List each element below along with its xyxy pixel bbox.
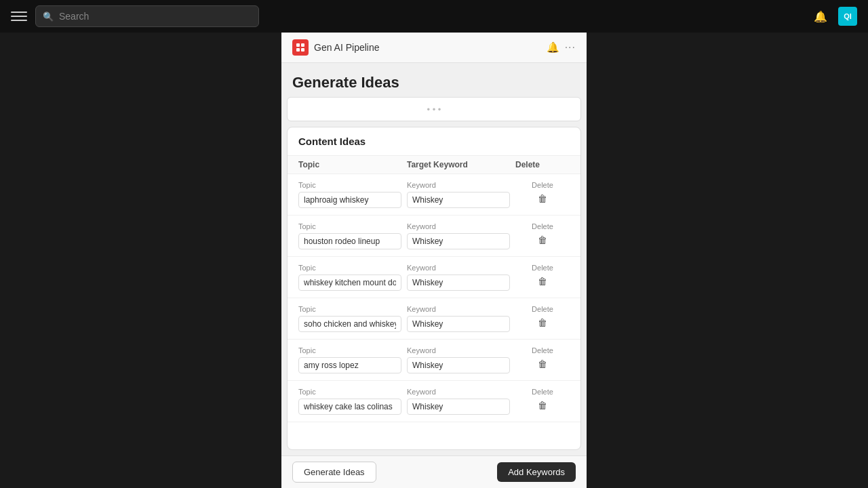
delete-col: Delete 🗑 [515, 346, 570, 371]
topic-col: Topic [298, 388, 401, 415]
main-panel: Gen AI Pipeline 🔔 ··· Generate Ideas • •… [281, 33, 587, 488]
delete-label: Delete [532, 181, 553, 189]
topic-label: Topic [298, 181, 401, 189]
table-header: Topic Target Keyword Delete [288, 156, 580, 174]
search-icon: 🔍 [43, 12, 54, 22]
topic-label: Topic [298, 388, 401, 396]
collapsed-bar: • • • [287, 97, 581, 121]
delete-col: Delete 🗑 [515, 264, 570, 288]
delete-button[interactable]: 🗑 [535, 192, 550, 205]
keyword-label: Keyword [407, 305, 510, 313]
keyword-input[interactable] [407, 192, 510, 208]
topic-col: Topic [298, 222, 401, 249]
keyword-col: Keyword [407, 181, 510, 208]
avatar[interactable]: QI [838, 7, 857, 26]
keyword-input[interactable] [407, 274, 510, 291]
delete-col: Delete 🗑 [515, 181, 570, 205]
svg-rect-2 [296, 48, 300, 52]
delete-col: Delete 🗑 [515, 388, 570, 412]
pipeline-icon [292, 39, 309, 56]
content-ideas-card: Content Ideas Topic Target Keyword Delet… [287, 127, 581, 450]
search-bar: 🔍 [35, 5, 259, 27]
collapsed-section: • • • [281, 97, 587, 127]
panel-bell-icon[interactable]: 🔔 [547, 41, 559, 54]
delete-button[interactable]: 🗑 [535, 357, 550, 371]
col-header-delete: Delete [515, 160, 570, 169]
keyword-col: Keyword [407, 305, 510, 332]
col-header-topic: Topic [298, 160, 407, 169]
keyword-input[interactable] [407, 399, 510, 415]
topic-label: Topic [298, 346, 401, 354]
content-ideas-title: Content Ideas [288, 127, 580, 156]
topic-col: Topic [298, 181, 401, 208]
table-row: Topic Keyword Delete 🗑 [288, 340, 580, 381]
keyword-col: Keyword [407, 222, 510, 249]
bottom-bar: Generate Ideas Add Keywords [281, 455, 587, 488]
page-title: Generate Ideas [281, 63, 587, 97]
col-header-keyword: Target Keyword [407, 160, 515, 169]
topic-col: Topic [298, 305, 401, 332]
delete-label: Delete [532, 222, 553, 230]
delete-label: Delete [532, 305, 553, 313]
topic-input[interactable] [298, 399, 401, 415]
delete-label: Delete [532, 264, 553, 272]
delete-col: Delete 🗑 [515, 222, 570, 247]
keyword-col: Keyword [407, 264, 510, 291]
keyword-label: Keyword [407, 222, 510, 230]
delete-button[interactable]: 🗑 [535, 274, 550, 288]
delete-col: Delete 🗑 [515, 305, 570, 329]
svg-rect-1 [301, 43, 304, 47]
keyword-label: Keyword [407, 264, 510, 272]
svg-rect-3 [301, 48, 304, 52]
keyword-label: Keyword [407, 181, 510, 189]
topic-label: Topic [298, 305, 401, 313]
keyword-input[interactable] [407, 357, 510, 373]
table-row: Topic Keyword Delete 🗑 [288, 174, 580, 216]
delete-label: Delete [532, 388, 553, 396]
topic-input[interactable] [298, 274, 401, 291]
generate-ideas-button[interactable]: Generate Ideas [292, 462, 376, 483]
table-row: Topic Keyword Delete 🗑 [288, 216, 580, 257]
panel-header: Gen AI Pipeline 🔔 ··· [281, 33, 587, 63]
keyword-input[interactable] [407, 233, 510, 249]
table-row: Topic Keyword Delete 🗑 [288, 257, 580, 298]
keyword-col: Keyword [407, 346, 510, 373]
topic-label: Topic [298, 222, 401, 230]
table-row: Topic Keyword Delete 🗑 [288, 381, 580, 422]
delete-button[interactable]: 🗑 [535, 233, 550, 247]
app-container: 🔍 🔔 QI Gen AI Pipeline 🔔 ··· Generate Id… [0, 0, 868, 488]
table-body: Topic Keyword Delete 🗑 Topic Keyword Del [288, 174, 580, 449]
panel-title: Gen AI Pipeline [314, 42, 541, 53]
delete-label: Delete [532, 346, 553, 354]
topic-input[interactable] [298, 357, 401, 373]
add-keywords-button[interactable]: Add Keywords [497, 462, 576, 482]
keyword-input[interactable] [407, 316, 510, 332]
hamburger-menu-icon[interactable] [11, 8, 27, 24]
search-input[interactable] [59, 11, 252, 22]
svg-rect-0 [296, 43, 300, 47]
keyword-label: Keyword [407, 388, 510, 396]
topic-col: Topic [298, 346, 401, 373]
panel-menu-icon[interactable]: ··· [565, 41, 576, 54]
topic-input[interactable] [298, 192, 401, 208]
topic-col: Topic [298, 264, 401, 291]
table-row: Topic Keyword Delete 🗑 [288, 298, 580, 340]
topic-input[interactable] [298, 316, 401, 332]
delete-button[interactable]: 🗑 [535, 316, 550, 329]
delete-button[interactable]: 🗑 [535, 399, 550, 412]
keyword-col: Keyword [407, 388, 510, 415]
topic-input[interactable] [298, 233, 401, 249]
top-nav: 🔍 🔔 QI [0, 0, 868, 33]
notification-bell-icon[interactable]: 🔔 [811, 7, 830, 26]
collapsed-placeholder: • • • [427, 104, 441, 115]
keyword-label: Keyword [407, 346, 510, 354]
topic-label: Topic [298, 264, 401, 272]
